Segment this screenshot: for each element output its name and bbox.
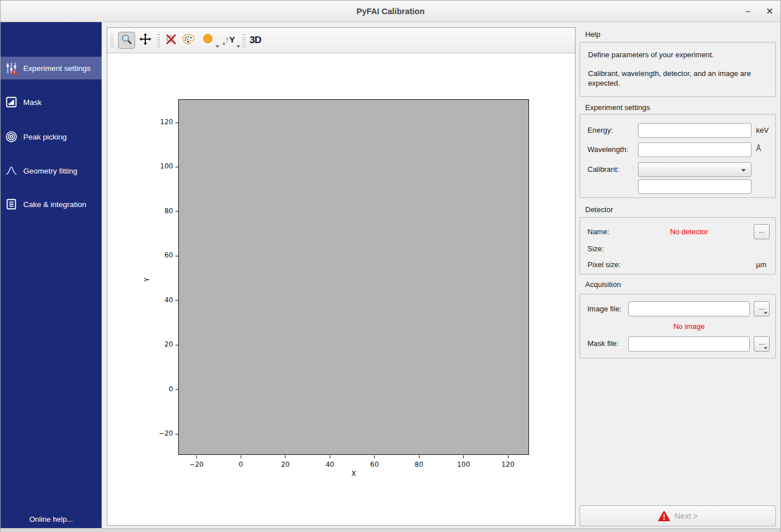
- palette-icon: [182, 33, 195, 48]
- x-axis-label: X: [348, 470, 359, 478]
- browse-label: ...: [759, 339, 765, 347]
- x-tick-mark: [330, 455, 330, 458]
- energy-input[interactable]: [638, 123, 751, 138]
- y-tick-mark: [175, 389, 178, 390]
- cake-integration-icon: [5, 198, 18, 210]
- dropdown-caret-icon: [764, 347, 767, 349]
- help-paragraph: Calibrant, wavelength, detector, and an …: [588, 69, 767, 88]
- help-section-title: Help: [585, 30, 601, 39]
- y-tick-mark: [175, 167, 178, 167]
- detector-name-value: No detector: [628, 227, 750, 236]
- wavelength-input[interactable]: [638, 142, 751, 157]
- y-tick-mark: [175, 256, 178, 256]
- image-status: No image: [628, 322, 750, 331]
- y-tick-label: 120: [141, 118, 173, 126]
- pan-arrows-icon: [139, 33, 152, 48]
- energy-unit: keV: [756, 126, 769, 134]
- y-tick-mark: [175, 300, 178, 301]
- online-help-link[interactable]: Online help...: [1, 515, 102, 523]
- x-tick-mark: [374, 455, 375, 458]
- plot-data-area[interactable]: [178, 99, 529, 455]
- pan-mode-button[interactable]: [137, 32, 154, 49]
- next-button[interactable]: Next >: [580, 505, 776, 526]
- dropdown-caret-icon: [741, 169, 746, 172]
- x-tick-label: 120: [494, 461, 522, 468]
- sidebar-item-label: Peak picking: [23, 133, 67, 141]
- detector-size-label: Size:: [587, 244, 604, 253]
- browse-label: ...: [759, 303, 765, 311]
- image-file-input[interactable]: [628, 301, 750, 316]
- wavelength-unit: Å: [756, 144, 761, 153]
- sidebar-item-label: Mask: [23, 98, 41, 107]
- y-tick-label: 0: [141, 385, 173, 393]
- mask-tools-button[interactable]: [200, 32, 217, 49]
- sidebar-item-cake-integration[interactable]: Cake & integration: [1, 193, 102, 216]
- sidebar-item-mask[interactable]: Mask: [1, 91, 102, 113]
- plot-panel: a↑Y 3D −20020406080100120120100806040200…: [107, 27, 576, 526]
- mask-file-input[interactable]: [628, 336, 750, 352]
- zoom-mode-button[interactable]: [118, 32, 135, 49]
- y-tick-label: 100: [141, 162, 173, 170]
- mask-icon: [5, 96, 18, 108]
- browse-label: ...: [759, 227, 765, 235]
- warning-icon: [658, 510, 670, 522]
- experiment-settings-icon: [5, 62, 18, 74]
- y-tick-label: 60: [141, 251, 173, 259]
- y-axis-orientation-button[interactable]: a↑Y: [219, 32, 238, 49]
- energy-label: Energy:: [587, 126, 613, 134]
- x-tick-label: 100: [450, 461, 478, 468]
- wavelength-label: Wavelength:: [587, 145, 628, 154]
- sidebar-item-label: Cake & integration: [23, 200, 86, 209]
- calibrant-dropdown[interactable]: [638, 162, 751, 177]
- help-box: Define parameters of your experiment. Ca…: [580, 42, 776, 97]
- image-file-browse-button[interactable]: ...: [754, 301, 770, 316]
- y-tick-mark: [175, 211, 178, 212]
- pixel-size-unit: µm: [756, 260, 766, 269]
- dropdown-caret-icon: [764, 312, 767, 314]
- plot-toolbar: a↑Y 3D: [107, 28, 575, 53]
- y-tick-label: −20: [141, 429, 173, 437]
- sidebar-item-label: Geometry fitting: [23, 167, 77, 175]
- peak-picking-icon: [5, 130, 18, 143]
- y-axis-label: Y: [143, 274, 151, 285]
- 3d-view-button[interactable]: 3D: [247, 32, 264, 49]
- acquisition-section-title: Acquisition: [585, 280, 621, 289]
- settings-panel: Help Define parameters of your experimen…: [579, 1, 781, 532]
- experiment-settings-box: Energy: keV Wavelength: Å Calibrant:: [580, 114, 776, 198]
- orange-circle-icon: [202, 33, 215, 48]
- sidebar: Experiment settings Mask Peak picking: [1, 22, 102, 528]
- image-file-label: Image file:: [587, 305, 622, 313]
- x-tick-label: 60: [360, 461, 389, 468]
- mask-file-label: Mask file:: [587, 339, 619, 348]
- mask-file-browse-button[interactable]: ...: [754, 336, 770, 352]
- detector-box: Name: No detector ... Size: Pixel size: …: [580, 217, 776, 275]
- y-tick-label: 80: [141, 207, 173, 215]
- plot-canvas[interactable]: −20020406080100120120100806040200−20 X Y: [107, 53, 575, 525]
- y-axis-icon: a↑Y: [222, 35, 235, 46]
- sidebar-item-label: Experiment settings: [23, 64, 91, 73]
- help-paragraph: Define parameters of your experiment.: [588, 50, 767, 60]
- calibrant-filter-input[interactable]: [638, 179, 751, 194]
- magnifier-icon: [120, 33, 133, 48]
- x-tick-mark: [463, 455, 464, 458]
- colormap-button[interactable]: [180, 32, 197, 49]
- app-window: PyFAI Calibration – ✕ Experiment setting…: [0, 0, 781, 532]
- x-tick-mark: [508, 455, 509, 458]
- x-tick-label: 0: [226, 461, 255, 468]
- detector-pixel-size-label: Pixel size:: [587, 260, 621, 269]
- sidebar-item-geometry-fitting[interactable]: Geometry fitting: [1, 159, 102, 182]
- calibrant-label: Calibrant:: [587, 165, 619, 174]
- sidebar-item-peak-picking[interactable]: Peak picking: [1, 125, 102, 148]
- x-tick-label: 20: [271, 461, 300, 468]
- x-tick-mark: [241, 455, 241, 458]
- y-tick-label: 40: [141, 296, 173, 304]
- reset-zoom-button[interactable]: [162, 32, 179, 49]
- x-tick-mark: [419, 455, 419, 458]
- y-tick-label: 20: [141, 340, 173, 348]
- detector-browse-button[interactable]: ...: [754, 224, 770, 239]
- y-tick-mark: [175, 345, 178, 345]
- geometry-fitting-icon: [5, 164, 18, 177]
- y-tick-mark: [175, 434, 178, 434]
- toolbar-grip[interactable]: [111, 34, 114, 47]
- sidebar-item-experiment-settings[interactable]: Experiment settings: [1, 57, 102, 79]
